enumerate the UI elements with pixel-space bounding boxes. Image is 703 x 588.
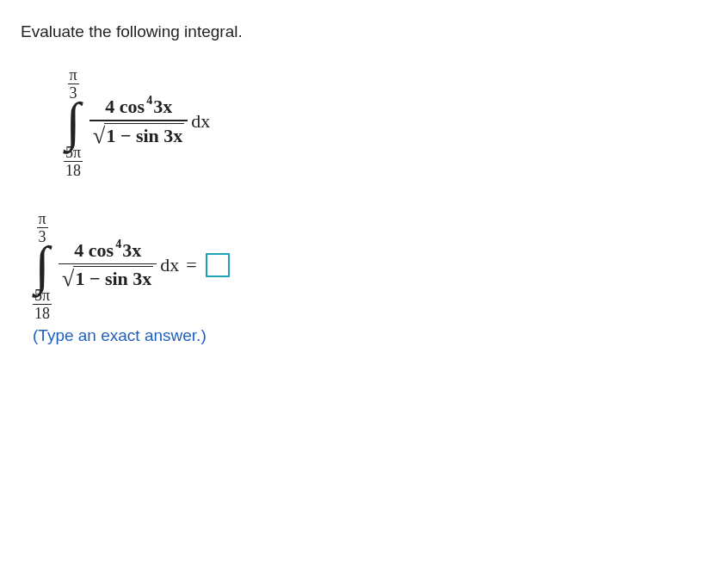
num-coef: 4 cos <box>105 96 145 117</box>
radicand: 1 − sin 3x <box>104 123 184 147</box>
integral-sign-block-2: π 3 ∫ 5π 18 <box>33 209 52 322</box>
problem-prompt: Evaluate the following integral. <box>21 22 682 41</box>
lower-limit-num: 5π <box>64 145 83 160</box>
integral-symbol: ∫ <box>66 99 81 145</box>
answer-input[interactable] <box>206 253 230 277</box>
lower-limit: 5π 18 <box>64 143 83 178</box>
integral-display: π 3 ∫ 5π 18 4 cos43x <box>64 65 682 178</box>
sqrt-icon-2: √ <box>62 268 74 290</box>
sqrt-icon: √ <box>93 125 105 147</box>
answer-line: π 3 ∫ 5π 18 4 cos43x <box>33 209 682 346</box>
lower-limit-den: 18 <box>64 163 83 178</box>
integral-expression: π 3 ∫ 5π 18 4 cos43x <box>64 65 682 178</box>
integrand-denominator: √ 1 − sin 3x <box>89 121 188 148</box>
num-arg: 3x <box>153 96 172 117</box>
integral-symbol-2: ∫ <box>35 243 50 288</box>
integrand: 4 cos43x √ 1 − sin 3x dx <box>89 96 210 148</box>
integrand-numerator: 4 cos43x <box>102 96 176 120</box>
integrand-2: 4 cos43x √ 1 − sin 3x dx = <box>59 239 230 292</box>
num-exponent: 4 <box>146 94 152 107</box>
lower-limit-2: 5π 18 <box>33 286 52 321</box>
integral-sign-block: π 3 ∫ 5π 18 <box>64 65 83 178</box>
answer-hint: (Type an exact answer.) <box>33 326 682 345</box>
dx: dx <box>191 110 210 133</box>
upper-limit-num: π <box>68 67 79 83</box>
equals-sign: = <box>186 254 196 276</box>
